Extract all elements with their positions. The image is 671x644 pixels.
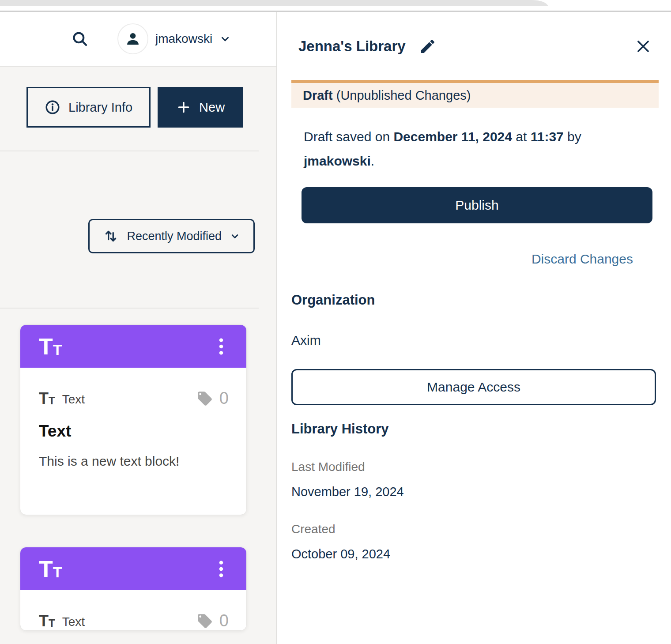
pencil-icon — [419, 38, 437, 55]
component-title: Text — [39, 422, 229, 441]
library-title: Jenna's Library — [298, 38, 406, 55]
component-card-text-2[interactable]: TT TT — [20, 547, 247, 631]
username-label: jmakowski — [155, 32, 212, 46]
organization-value: Axim — [291, 333, 659, 348]
last-modified-label: Last Modified — [291, 460, 659, 474]
person-icon — [124, 30, 142, 48]
avatar — [117, 23, 148, 54]
text-component-icon: TT — [39, 391, 55, 407]
kebab-menu-icon — [215, 336, 228, 357]
publish-button[interactable]: Publish — [302, 187, 652, 223]
close-sidebar-button[interactable] — [635, 38, 652, 55]
discard-changes-link[interactable]: Discard Changes — [532, 252, 633, 266]
component-type-label: Text — [62, 615, 85, 629]
browser-window-edge — [0, 0, 549, 6]
component-type-row: TT Text 0 — [39, 611, 229, 630]
last-modified-value: November 19, 2024 — [291, 485, 659, 499]
component-card-text-1[interactable]: TT TT — [20, 324, 247, 515]
search-icon — [71, 30, 89, 48]
sidebar-header: Jenna's Library — [291, 38, 659, 55]
search-button[interactable] — [71, 30, 89, 48]
component-card-header: TT — [20, 547, 246, 590]
library-info-sidebar: Jenna's Library Draft (Unpublished Cha — [276, 12, 671, 644]
sort-dropdown-label: Recently Modified — [127, 230, 222, 243]
sort-row: Recently Modified — [0, 219, 276, 253]
library-actions-row: Library Info New — [26, 87, 276, 128]
studio-header: jmakowski — [0, 12, 276, 67]
component-type-row: TT Text 0 — [39, 389, 229, 408]
organization-heading: Organization — [291, 292, 659, 308]
tag-count: 0 — [219, 611, 229, 630]
new-button[interactable]: New — [158, 87, 243, 128]
draft-status-label: Draft — [303, 88, 333, 102]
library-content-panel: jmakowski — [0, 12, 276, 644]
created-value: October 09, 2024 — [291, 547, 659, 561]
library-authoring-screen: jmakowski — [0, 0, 671, 644]
library-history-heading: Library History — [291, 421, 659, 437]
component-card-body: TT Text 0 — [20, 590, 246, 630]
user-menu-button[interactable]: jmakowski — [117, 23, 231, 54]
draft-status-banner: Draft (Unpublished Changes) — [291, 80, 659, 108]
component-card-list: TT TT — [20, 324, 247, 631]
sort-dropdown-button[interactable]: Recently Modified — [88, 219, 255, 253]
component-type-label: Text — [62, 393, 85, 407]
chevron-down-icon — [219, 33, 231, 45]
info-icon — [45, 99, 60, 115]
section-divider — [0, 308, 259, 309]
plus-icon — [176, 100, 191, 115]
sort-arrows-icon — [103, 228, 119, 244]
edit-title-button[interactable] — [419, 38, 437, 55]
kebab-menu-icon — [215, 559, 228, 579]
created-label: Created — [291, 522, 659, 536]
card-menu-button[interactable] — [211, 333, 231, 360]
draft-saved-message: Draft saved on December 11, 2024 at 11:3… — [304, 124, 659, 173]
section-divider — [0, 151, 259, 151]
card-menu-button[interactable] — [211, 555, 231, 583]
close-icon — [635, 38, 652, 55]
component-card-body: TT Text 0 Text T — [20, 368, 246, 515]
library-info-label: Library Info — [68, 100, 132, 115]
chevron-down-icon — [230, 231, 240, 241]
text-component-icon: TT — [39, 557, 62, 580]
new-button-label: New — [199, 100, 225, 115]
manage-access-button[interactable]: Manage Access — [291, 369, 656, 405]
browser-window-edge-shape — [0, 0, 549, 6]
draft-status-detail: (Unpublished Changes) — [333, 88, 471, 102]
text-component-icon: TT — [39, 335, 62, 358]
text-component-icon: TT — [39, 613, 55, 629]
tag-icon — [196, 613, 213, 629]
component-description: This is a new text block! — [39, 454, 229, 469]
library-info-button[interactable]: Library Info — [26, 87, 151, 128]
tag-icon — [196, 390, 213, 407]
discard-row: Discard Changes — [291, 252, 659, 267]
app-layout: jmakowski — [0, 12, 671, 644]
component-card-header: TT — [20, 325, 246, 368]
tag-count: 0 — [219, 389, 229, 408]
